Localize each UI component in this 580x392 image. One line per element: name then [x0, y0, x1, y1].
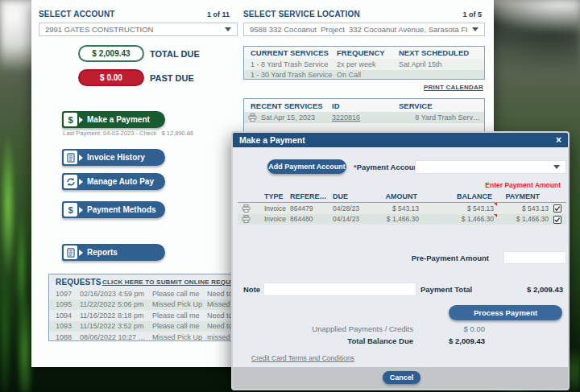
- total-balance-due-label: Total Balance Due: [309, 336, 413, 345]
- invoice-history-label: Invoice History: [87, 153, 145, 162]
- request-date: 11/22/2022 5:06 pm: [80, 299, 149, 311]
- service-next-date: [399, 70, 483, 80]
- arrow-right-icon: [79, 155, 83, 161]
- report-document-icon: [64, 246, 77, 259]
- last-payment-note: Last Payment: 04-03-2023 - Check $ 12,89…: [63, 130, 193, 137]
- service-name: 1 - 8 Yard Trash Service: [251, 59, 336, 70]
- payment-account-dropdown[interactable]: [415, 160, 566, 174]
- invoice-document-icon: [64, 151, 77, 164]
- request-subject: Missed Pick Up: [152, 332, 204, 341]
- service-name: 1 - 30 Yard Trash Service: [251, 70, 336, 80]
- request-id: 1094: [56, 310, 75, 321]
- request-id: 1088: [56, 332, 75, 341]
- manage-auto-pay-button[interactable]: Manage Auto Pay: [62, 173, 165, 190]
- invoice-row: Invoice 864480 04/14/23 $ 1,466.30 $ 1,4…: [238, 214, 566, 225]
- reports-label: Reports: [87, 248, 118, 257]
- past-due-label: PAST DUE: [150, 73, 194, 83]
- service-frequency: On Call: [337, 70, 397, 80]
- current-service-row: 1 - 8 Yard Trash Service 2x per week Sat…: [244, 59, 484, 70]
- account-dropdown-value: 2991 GATES CONSTRUCTION: [45, 25, 220, 34]
- screen: SELECT ACCOUNT 1 of 11 2991 GATES CONSTR…: [0, 0, 580, 392]
- request-subject: Please call me: [152, 288, 204, 299]
- invoice-row: Invoice 864479 04/28/23 $ 543.13 $ 543.1…: [238, 203, 566, 214]
- note-label: Note: [243, 285, 260, 294]
- modal-footer: Cancel: [233, 367, 568, 389]
- payment-total-label: Payment Total: [420, 285, 472, 294]
- printer-icon[interactable]: [242, 214, 252, 225]
- dollar-icon: $: [64, 113, 77, 126]
- row-amount: $ 1,466.30: [354, 214, 419, 225]
- location-pager: 1 of 5: [433, 10, 482, 19]
- payment-methods-label: Payment Methods: [87, 205, 156, 214]
- recent-services-header: RECENT SERVICES: [251, 99, 331, 112]
- request-date: 02/16/2023 4:59 pm: [80, 288, 149, 299]
- pre-payment-input[interactable]: [503, 251, 566, 264]
- service-header: SERVICE: [399, 99, 483, 112]
- current-service-row: 1 - 30 Yard Trash Service On Call: [244, 70, 484, 80]
- request-row[interactable]: 1095 11/22/2022 5:06 pm Missed Pick Up M…: [49, 299, 235, 311]
- unapplied-credits-label: Unapplied Payments / Credits: [309, 324, 413, 333]
- account-pager: 1 of 11: [181, 10, 230, 19]
- payment-account-label-text: Payment Account: [357, 163, 421, 171]
- total-due-amount: $ 2,009.43: [92, 49, 130, 58]
- request-id: 1093: [56, 321, 75, 332]
- modal-title: Make a Payment: [239, 135, 305, 145]
- service-location-dropdown-value: 9588 332 Cocoanut Project 332 Cocoanut A…: [250, 25, 467, 34]
- row-payment[interactable]: $ 1,466.30: [484, 214, 549, 225]
- row-amount: $ 543.13: [354, 203, 419, 214]
- credit-card-terms-link[interactable]: Credit Card Terms and Conditions: [251, 354, 354, 362]
- frequency-header: FREQUENCY: [337, 47, 397, 59]
- chevron-down-icon: [553, 165, 560, 169]
- submit-online-request-link[interactable]: CLICK HERE TO SUBMIT ONLINE REQUEST: [102, 276, 236, 287]
- row-payment[interactable]: $ 543.13: [484, 203, 549, 214]
- request-subject: Missed Pick Up: [152, 299, 204, 311]
- make-a-payment-label: Make a Payment: [87, 115, 150, 124]
- service-location-dropdown[interactable]: 9588 332 Cocoanut Project 332 Cocoanut A…: [243, 23, 485, 36]
- recent-service-id-link[interactable]: 3220816: [332, 112, 372, 123]
- pay-row-checkbox[interactable]: [553, 204, 561, 213]
- request-subject: Please call me: [152, 321, 204, 332]
- request-date: 11/16/2022 8:18 pm: [80, 310, 149, 321]
- account-dropdown[interactable]: 2991 GATES CONSTRUCTION: [39, 23, 238, 36]
- select-account-label: SELECT ACCOUNT: [39, 10, 115, 19]
- service-next-date: Sat April 15th: [399, 59, 483, 70]
- request-row[interactable]: 1093 11/15/2022 3:52 pm Please call me N…: [49, 321, 235, 332]
- row-reference: 864480: [290, 214, 324, 225]
- modal-titlebar: Make a Payment ×: [233, 133, 568, 147]
- add-payment-account-button[interactable]: Add Payment Account: [267, 159, 346, 174]
- manage-auto-pay-label: Manage Auto Pay: [87, 177, 154, 186]
- payment-total-value: $ 2,009.43: [499, 285, 563, 294]
- arrow-right-icon: [79, 117, 83, 123]
- request-row[interactable]: 1088 08/06/2022 10:27 … Missed Pick Up m…: [49, 332, 235, 341]
- process-payment-button[interactable]: Process Payment: [449, 305, 562, 320]
- payment-methods-button[interactable]: $ Payment Methods: [62, 201, 165, 218]
- total-due-label: TOTAL DUE: [150, 49, 200, 59]
- chevron-down-icon: [472, 27, 478, 31]
- printer-icon[interactable]: [248, 112, 259, 123]
- arrow-right-icon: [79, 250, 83, 256]
- request-id: 1095: [56, 299, 75, 311]
- payment-header: PAYMENT: [479, 191, 540, 201]
- cancel-button[interactable]: Cancel: [383, 371, 420, 384]
- request-subject: Please call me: [152, 310, 204, 321]
- arrow-right-icon: [79, 179, 83, 185]
- reports-button[interactable]: Reports: [62, 244, 165, 261]
- reference-header: REFERE…: [290, 191, 326, 201]
- pay-row-checkbox[interactable]: [553, 216, 561, 224]
- printer-icon[interactable]: [242, 203, 252, 214]
- recent-service-date: Sat Apr 15, 2023: [261, 112, 329, 123]
- next-scheduled-header: NEXT SCHEDULED: [399, 47, 483, 59]
- recent-service-name: 8 Yard Trash Serv…: [389, 112, 480, 123]
- note-input[interactable]: [263, 283, 416, 296]
- close-icon[interactable]: ×: [556, 133, 561, 147]
- request-row[interactable]: 1097 02/16/2023 4:59 pm Please call me N…: [49, 288, 235, 299]
- dollar-icon: $: [64, 203, 77, 217]
- make-a-payment-button[interactable]: $ Make a Payment: [62, 111, 165, 128]
- request-date: 08/06/2022 10:27 …: [80, 332, 149, 341]
- payment-account-label: *Payment Account: [354, 163, 421, 171]
- total-due-pill: $ 2,009.43: [78, 45, 144, 62]
- request-row[interactable]: 1094 11/16/2022 8:18 pm Please call me N…: [49, 310, 235, 321]
- invoice-history-button[interactable]: Invoice History: [62, 149, 165, 166]
- current-services-header: CURRENT SERVICES: [251, 47, 339, 59]
- print-calendar-link[interactable]: PRINT CALENDAR: [404, 84, 483, 91]
